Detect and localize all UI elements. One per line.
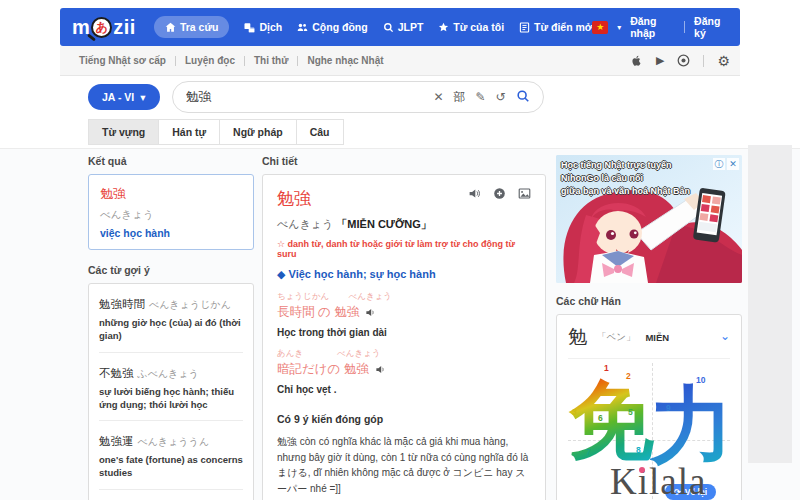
list-item[interactable]: 不勉強ふべんきょう sự lười biếng học hành; thiếu … bbox=[99, 353, 243, 422]
mazii-logo[interactable]: m あ zii bbox=[72, 16, 136, 39]
people-icon bbox=[297, 22, 308, 33]
subnav-tieng-nhat-so-cap[interactable]: Tiếng Nhật sơ cấp bbox=[70, 55, 175, 66]
stroke-number: 7 bbox=[586, 447, 591, 457]
result-tabs: Từ vựng Hán tự Ngữ pháp Câu bbox=[88, 119, 344, 145]
content-area: Kết quả 勉強 べんきょう việc học hành Các từ gợ… bbox=[0, 148, 800, 500]
nav-dich[interactable]: Dịch bbox=[244, 21, 282, 33]
volume-icon[interactable] bbox=[365, 307, 376, 318]
add-circle-icon[interactable] bbox=[493, 187, 506, 200]
stroke-order-diagram[interactable]: 免 力 1 2 3 5 6 7 8 9 10 ⟳ Vẽ lại bbox=[568, 358, 730, 500]
result-word: 勉強 bbox=[100, 185, 242, 203]
detail-pos-line: ☆ danh từ, danh từ hoặc giới từ làm trợ … bbox=[277, 239, 531, 259]
ad-close-icon[interactable]: ✕ bbox=[727, 158, 739, 170]
image-icon[interactable] bbox=[518, 187, 531, 200]
suggestions-list: 勉強時間べんきょうじかん những giờ học (của) ai đó (… bbox=[88, 283, 254, 500]
kanji-onyomi: 「ベン」 bbox=[597, 331, 635, 344]
nav-tu-dien-mo[interactable]: Từ điển mở bbox=[519, 21, 592, 33]
volume-icon[interactable] bbox=[468, 187, 481, 200]
kanji-heading: Các chữ Hán bbox=[556, 295, 742, 307]
volume-icon[interactable] bbox=[375, 364, 386, 375]
kanji-viet-reading: MIỄN bbox=[645, 332, 669, 343]
lang-caret-icon: ▾ bbox=[140, 91, 145, 103]
tab-cau[interactable]: Câu bbox=[297, 119, 344, 145]
detail-meaning-line: ◆ Việc học hành; sự học hành bbox=[277, 268, 531, 281]
ad-info-icon[interactable]: ⓘ bbox=[713, 158, 725, 170]
stroke-number: 2 bbox=[626, 371, 631, 381]
logo-zii: zii bbox=[113, 16, 136, 39]
right-gutter bbox=[748, 145, 792, 463]
stroke-number: 10 bbox=[696, 375, 705, 385]
stroke-number: 9 bbox=[666, 403, 671, 413]
example-sentence: あんき べんきょう 暗記だけの 勉強 Chỉ học vẹt . bbox=[277, 348, 531, 395]
star-icon bbox=[438, 22, 449, 33]
stroke-number: 3 bbox=[572, 407, 577, 417]
translate-icon bbox=[244, 22, 255, 33]
language-pair-dropdown[interactable]: JA - VI▾ bbox=[88, 84, 160, 110]
detail-panel: 勉強 べんきょう 「MIỄN CƯỠNG」 ☆ danh từ, danh từ… bbox=[262, 174, 546, 500]
nav-jlpt[interactable]: JLPT bbox=[383, 21, 424, 33]
suggestions-heading: Các từ gợi ý bbox=[88, 264, 254, 276]
history-icon[interactable]: ↺ bbox=[496, 91, 506, 103]
stroke-number: 6 bbox=[598, 413, 603, 423]
search-badge-icon bbox=[383, 22, 394, 33]
main-header: m あ zii Tra cứu Dịch Cộng đồng JLPT Từ c… bbox=[60, 8, 740, 46]
main-nav: Tra cứu Dịch Cộng đồng JLPT Từ của tôi T… bbox=[154, 16, 592, 38]
comments-heading: Có 9 ý kiến đóng góp bbox=[277, 413, 531, 425]
selected-result-item[interactable]: 勉強 べんきょう việc học hành bbox=[88, 174, 254, 250]
radical-search-icon[interactable]: 部 bbox=[453, 91, 465, 103]
clear-search-icon[interactable]: ✕ bbox=[433, 91, 443, 103]
nav-tu-cua-toi[interactable]: Từ của tôi bbox=[438, 21, 504, 33]
chrome-extension-icon[interactable] bbox=[677, 54, 690, 67]
results-heading: Kết quả bbox=[88, 155, 254, 167]
header-divider bbox=[684, 21, 685, 33]
stroke-number: 5 bbox=[628, 407, 633, 417]
kanji-card: 勉 「ベン」 MIỄN ⌄ 免 力 1 2 3 5 6 7 8 bbox=[556, 314, 742, 500]
list-item[interactable]: 勉強不足べんきょうぶそく insufficient study bbox=[99, 490, 243, 500]
google-play-icon[interactable]: ▶ bbox=[656, 54, 664, 67]
redraw-icon: ⟳ bbox=[674, 487, 681, 497]
search-icon[interactable] bbox=[516, 89, 530, 105]
tab-ngu-phap[interactable]: Ngữ pháp bbox=[220, 119, 297, 145]
search-input[interactable] bbox=[186, 90, 424, 105]
vietnam-flag-icon[interactable]: ★ bbox=[592, 21, 608, 34]
magnifier-logo-icon: あ bbox=[91, 17, 112, 38]
tab-han-tu[interactable]: Hán tự bbox=[159, 119, 220, 145]
nav-tra-cuu[interactable]: Tra cứu bbox=[154, 16, 230, 38]
home-icon bbox=[165, 22, 176, 33]
login-button[interactable]: Đăng nhập bbox=[630, 15, 675, 39]
secondary-nav: Tiếng Nhật sơ cấp Luyện đọc Thi thử Nghe… bbox=[60, 46, 740, 76]
subnav-luyen-doc[interactable]: Luyện đọc bbox=[176, 55, 244, 66]
list-item[interactable]: 勉強時間べんきょうじかん những giờ học (của) ai đó (… bbox=[99, 284, 243, 353]
kanji-part-men: 免 bbox=[568, 377, 654, 463]
settings-gear-icon[interactable]: ⚙ bbox=[717, 53, 730, 69]
stroke-number: 1 bbox=[604, 363, 609, 373]
register-button[interactable]: Đăng ký bbox=[694, 15, 728, 39]
redraw-button[interactable]: ⟳ Vẽ lại bbox=[665, 484, 716, 500]
search-box: ✕ 部 ✎ ↺ bbox=[172, 81, 544, 113]
tab-tu-vung[interactable]: Từ vựng bbox=[88, 119, 159, 145]
ad-text: Học tiếng Nhật trực tuyến NihonGo là cầu… bbox=[561, 159, 690, 198]
list-item[interactable]: 勉強運べんきょううん one's fate (fortune) as conce… bbox=[99, 421, 243, 490]
result-kana: べんきょう bbox=[100, 208, 242, 222]
stroke-number: 8 bbox=[636, 445, 641, 455]
subnav-nghe-nhac-nhat[interactable]: Nghe nhạc Nhật bbox=[298, 55, 392, 66]
chevron-down-icon[interactable]: ⌄ bbox=[720, 333, 730, 340]
detail-word: 勉強 bbox=[277, 187, 311, 210]
nav-cong-dong[interactable]: Cộng đồng bbox=[297, 21, 367, 33]
open-dictionary-icon bbox=[519, 22, 530, 33]
detail-kana-note: 「MIỄN CƯỠNG」 bbox=[336, 218, 432, 230]
example-sentence: ちょうじかん べんきょう 長時間 の 勉強 Học trong thời gia… bbox=[277, 291, 531, 338]
detail-heading: Chi tiết bbox=[262, 155, 546, 167]
handwriting-icon[interactable]: ✎ bbox=[475, 91, 485, 103]
kanji-char[interactable]: 勉 bbox=[568, 324, 587, 350]
language-caret-icon[interactable]: ▾ bbox=[617, 23, 621, 32]
result-meaning: việc học hành bbox=[100, 227, 242, 239]
search-row: JA - VI▾ ✕ 部 ✎ ↺ bbox=[60, 80, 740, 114]
ad-banner[interactable]: ⓘ ✕ Học tiếng Nhật trực tuyến NihonGo là… bbox=[556, 155, 742, 283]
detail-kana: べんきょう bbox=[277, 218, 333, 230]
apple-store-icon[interactable] bbox=[630, 54, 643, 67]
kanji-part-chikara: 力 bbox=[650, 383, 734, 467]
subnav-thi-thu[interactable]: Thi thử bbox=[245, 55, 297, 66]
comment-item: 勉強 còn có nghĩa khác là mặc cả giá khi m… bbox=[277, 434, 531, 500]
